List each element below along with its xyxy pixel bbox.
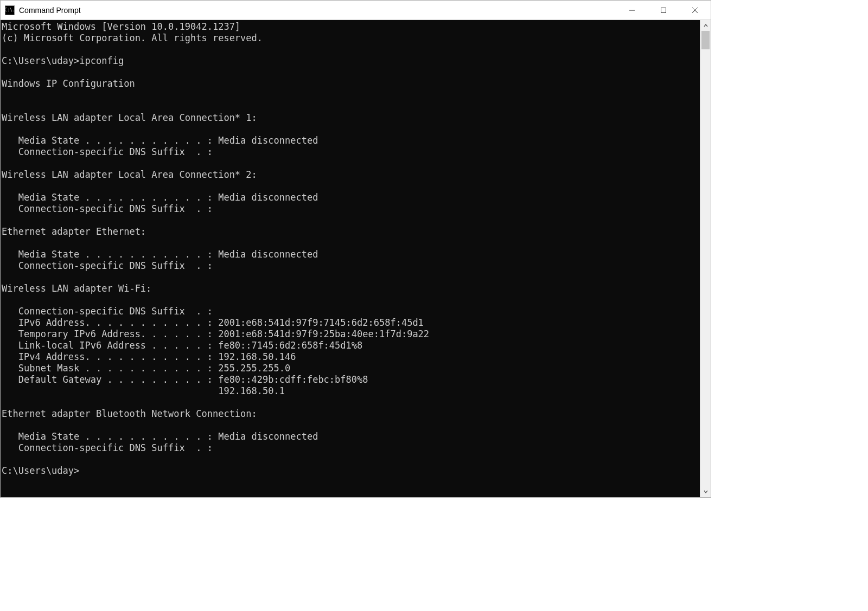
minimize-icon [629, 7, 635, 14]
content-area: Microsoft Windows [Version 10.0.19042.12… [1, 20, 711, 497]
command-prompt-window: C:\. Command Prompt Microsoft Windows [V… [0, 0, 711, 498]
cmd-icon: C:\. [5, 5, 15, 15]
vertical-scrollbar[interactable] [700, 20, 711, 497]
scroll-down-arrow-icon[interactable] [700, 486, 711, 497]
maximize-icon [660, 7, 667, 14]
titlebar[interactable]: C:\. Command Prompt [1, 1, 711, 20]
cmd-icon-text: C:\. [4, 8, 15, 12]
scroll-up-arrow-icon[interactable] [700, 20, 711, 31]
scroll-thumb[interactable] [701, 31, 710, 49]
window-controls [616, 1, 711, 20]
close-button[interactable] [679, 1, 711, 20]
scroll-track[interactable] [700, 31, 711, 486]
svg-rect-1 [661, 8, 666, 12]
window-title: Command Prompt [19, 6, 81, 15]
terminal-output[interactable]: Microsoft Windows [Version 10.0.19042.12… [1, 20, 700, 497]
minimize-button[interactable] [616, 1, 648, 20]
close-icon [692, 7, 698, 14]
maximize-button[interactable] [648, 1, 679, 20]
